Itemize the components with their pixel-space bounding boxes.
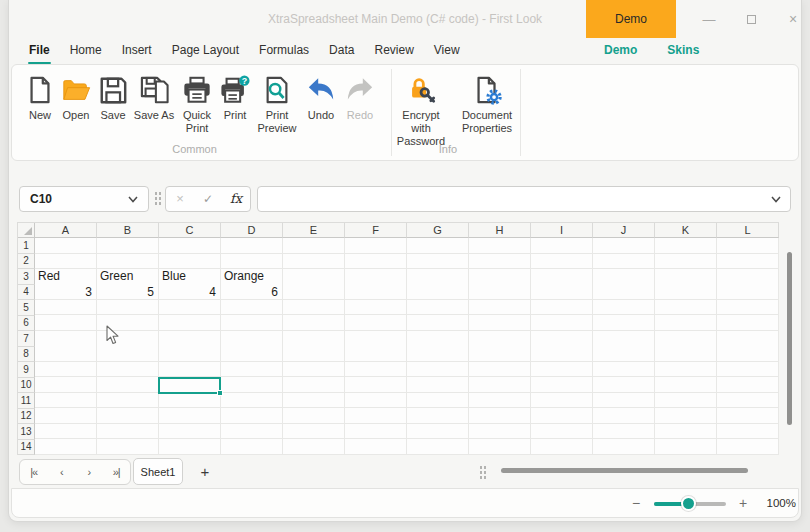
column-header-H[interactable]: H (469, 223, 531, 238)
horizontal-scrollbar-thumb[interactable] (501, 468, 748, 473)
row-header-10[interactable]: 10 (18, 378, 35, 394)
save-as-button[interactable]: Save As (132, 72, 176, 135)
print-icon: ? (219, 74, 251, 106)
zoom-in-button[interactable]: + (735, 489, 751, 517)
lock-key-icon (405, 74, 437, 106)
cell-B4[interactable]: 5 (97, 285, 159, 301)
column-header-F[interactable]: F (345, 223, 407, 238)
ribbon-panel: New Open Save Save As (11, 64, 799, 161)
column-header-B[interactable]: B (97, 223, 159, 238)
formula-dropdown-icon[interactable] (771, 196, 781, 203)
row-header-1[interactable]: 1 (18, 238, 35, 254)
group-separator (520, 69, 521, 156)
undo-arrow-icon (305, 74, 337, 106)
row-header-12[interactable]: 12 (18, 409, 35, 425)
insert-function-icon[interactable]: fx (222, 187, 250, 211)
sheet-nav-first-button[interactable]: |« (20, 460, 48, 484)
row-header-7[interactable]: 7 (18, 331, 35, 347)
sheetbar-grip-handle[interactable] (479, 465, 487, 481)
formula-bar-grip-handle[interactable] (154, 191, 162, 207)
cell-C3[interactable]: Blue (159, 269, 221, 285)
ribbon-group-info: Encrypt with Password Document Propertie… (392, 72, 518, 149)
row-header-2[interactable]: 2 (18, 254, 35, 270)
row-header-6[interactable]: 6 (18, 316, 35, 332)
sheet-navigation: |«‹›»| (19, 459, 131, 485)
tab-view[interactable]: View (424, 38, 470, 64)
print-preview-button[interactable]: Print Preview (254, 72, 300, 135)
spreadsheet-grid[interactable]: ABCDEFGHIJKL1234567891011121314RedGreenB… (17, 222, 779, 455)
save-button[interactable]: Save (96, 72, 130, 135)
quick-print-button[interactable]: Quick Print (178, 72, 216, 135)
open-button[interactable]: Open (58, 72, 94, 135)
save-as-icon (138, 74, 170, 106)
cell-A4[interactable]: 3 (35, 285, 97, 301)
encrypt-with-password-button[interactable]: Encrypt with Password (392, 72, 450, 149)
vertical-scrollbar-thumb[interactable] (787, 252, 792, 425)
zoom-slider-thumb[interactable] (681, 496, 696, 511)
tab-page-layout[interactable]: Page Layout (162, 38, 249, 64)
column-header-G[interactable]: G (407, 223, 469, 238)
maximize-icon (747, 15, 756, 24)
svg-text:?: ? (242, 76, 247, 86)
name-box[interactable]: C10 (19, 186, 149, 212)
cell-A3[interactable]: Red (35, 269, 97, 285)
column-header-A[interactable]: A (35, 223, 97, 238)
tab-file[interactable]: File (19, 38, 60, 64)
row-header-11[interactable]: 11 (18, 393, 35, 409)
close-button[interactable]: × (781, 0, 805, 38)
column-header-D[interactable]: D (221, 223, 283, 238)
print-button[interactable]: ? Print (218, 72, 252, 135)
select-all-corner[interactable] (18, 223, 35, 238)
redo-button: Redo (342, 72, 378, 135)
ribbon-tab-row: FileHomeInsertPage LayoutFormulasDataRev… (19, 38, 470, 64)
row-header-4[interactable]: 4 (18, 285, 35, 301)
quick-print-icon (181, 74, 213, 106)
cell-B3[interactable]: Green (97, 269, 159, 285)
column-header-K[interactable]: K (655, 223, 717, 238)
new-button[interactable]: New (24, 72, 56, 135)
add-sheet-button[interactable]: + (193, 458, 217, 485)
column-header-I[interactable]: I (531, 223, 593, 238)
undo-button[interactable]: Undo (302, 72, 340, 135)
title-bar: XtraSpreadsheet Main Demo (C# code) - Fi… (9, 0, 801, 38)
zoom-out-button[interactable]: − (628, 489, 644, 517)
open-folder-icon (60, 74, 92, 106)
tab-data[interactable]: Data (319, 38, 364, 64)
close-icon: × (789, 11, 797, 27)
row-header-3[interactable]: 3 (18, 269, 35, 285)
cancel-entry-icon: × (166, 187, 194, 211)
zoom-slider[interactable] (654, 502, 726, 506)
tab-skins[interactable]: Skins (657, 38, 709, 64)
row-header-13[interactable]: 13 (18, 424, 35, 440)
app-window: XtraSpreadsheet Main Demo (C# code) - Fi… (8, 0, 802, 522)
sheet-nav-previous-button[interactable]: ‹ (48, 460, 76, 484)
formula-input[interactable] (257, 186, 791, 212)
tab-demo[interactable]: Demo (594, 38, 647, 64)
redo-arrow-icon (344, 74, 376, 106)
document-properties-button[interactable]: Document Properties (456, 72, 518, 149)
column-header-J[interactable]: J (593, 223, 655, 238)
tab-formulas[interactable]: Formulas (249, 38, 319, 64)
cell-reference: C10 (30, 187, 52, 211)
row-header-14[interactable]: 14 (18, 440, 35, 456)
sheet-nav-next-button[interactable]: › (75, 460, 103, 484)
sheet-tab-sheet1[interactable]: Sheet1 (133, 458, 183, 485)
tab-home[interactable]: Home (60, 38, 112, 64)
tab-review[interactable]: Review (364, 38, 423, 64)
tab-insert[interactable]: Insert (112, 38, 162, 64)
row-header-9[interactable]: 9 (18, 362, 35, 378)
row-header-5[interactable]: 5 (18, 300, 35, 316)
fill-handle[interactable] (217, 390, 223, 396)
column-header-L[interactable]: L (717, 223, 779, 238)
column-header-E[interactable]: E (283, 223, 345, 238)
maximize-button[interactable] (739, 0, 763, 38)
row-header-8[interactable]: 8 (18, 347, 35, 363)
sheet-nav-last-button[interactable]: »| (103, 460, 131, 484)
cell-C4[interactable]: 4 (159, 285, 221, 301)
cell-D3[interactable]: Orange (221, 269, 283, 285)
minimize-button[interactable]: — (697, 0, 721, 38)
demo-button[interactable]: Demo (586, 0, 676, 38)
namebox-dropdown-icon[interactable] (128, 196, 138, 203)
column-header-C[interactable]: C (159, 223, 221, 238)
cell-D4[interactable]: 6 (221, 285, 283, 301)
